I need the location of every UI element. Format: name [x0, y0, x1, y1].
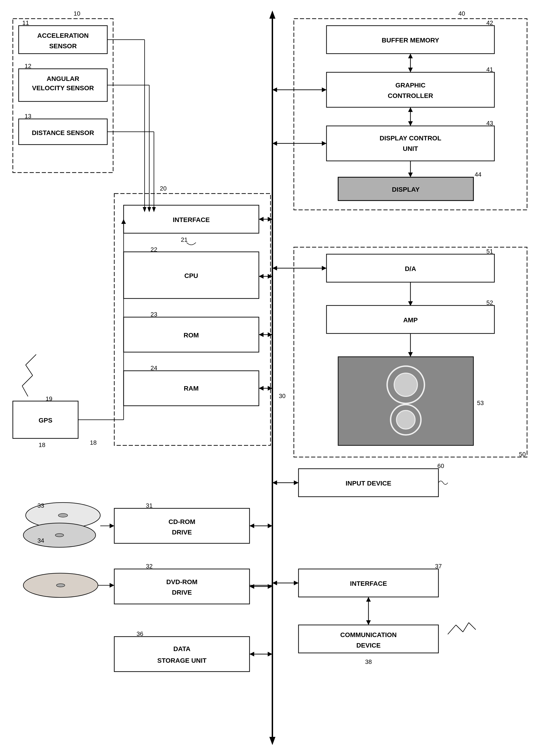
buffer-memory-ref: 42 [486, 19, 493, 26]
display-control-ref: 43 [486, 120, 493, 127]
dvd-rom-drive-label2: DRIVE [172, 589, 192, 596]
acceleration-sensor-label2: SENSOR [49, 42, 77, 50]
svg-point-69 [396, 410, 415, 429]
da-ref: 51 [486, 248, 493, 255]
display-unit-ref: 40 [458, 10, 465, 17]
gps-connect-ref: 18 [39, 441, 45, 448]
comm-device-label2: DEVICE [356, 642, 381, 649]
ref-18: 18 [90, 439, 97, 446]
data-storage-label1: DATA [173, 645, 191, 652]
speaker-ref: 53 [477, 399, 484, 406]
angular-vel-label1: ANGULAR [47, 75, 79, 82]
cd-rom-ref: 31 [146, 502, 153, 509]
display-ref: 44 [475, 171, 482, 178]
svg-point-83 [58, 513, 68, 517]
interface-main-label: INTERFACE [173, 216, 210, 223]
acc-sensor-ref: 11 [22, 19, 29, 26]
svg-point-85 [55, 534, 64, 537]
gps-label: GPS [38, 417, 52, 424]
interface-comm-ref: 37 [435, 563, 442, 570]
gps-ref: 19 [46, 395, 52, 402]
cd-rom-drive-label1: CD-ROM [168, 518, 195, 525]
buffer-memory-label: BUFFER MEMORY [382, 37, 439, 44]
distance-sensor-ref: 13 [25, 113, 31, 120]
angular-vel-ref: 12 [25, 62, 31, 69]
input-device-ref: 60 [437, 462, 444, 469]
data-storage-ref: 36 [137, 630, 143, 637]
acceleration-sensor-label: ACCELERATION [37, 32, 89, 39]
audio-unit-ref: 50 [519, 451, 526, 458]
display-control-label1: DISPLAY CONTROL [380, 135, 441, 142]
data-storage-label2: STORAGE UNIT [157, 657, 206, 664]
interface-comm-label: INTERFACE [350, 580, 387, 587]
dvd-rom-ref: 32 [146, 563, 153, 570]
svg-point-93 [56, 584, 65, 587]
nav-unit-ref: 20 [160, 185, 167, 192]
da-label: D/A [405, 265, 416, 272]
diagram-container: 30 10 ACCELERATION SENSOR 11 ANGULAR VEL… [0, 0, 545, 756]
disc33-ref: 33 [38, 502, 44, 509]
angular-vel-label2: VELOCITY SENSOR [32, 84, 94, 92]
bus-ref-label: 30 [279, 392, 286, 399]
graphic-controller-label1: GRAPHIC [395, 82, 425, 89]
amp-label: AMP [403, 316, 418, 324]
rom-label: ROM [184, 332, 199, 339]
rom-ref: 23 [151, 311, 157, 318]
ram-ref: 24 [151, 364, 157, 371]
graphic-controller-label2: CONTROLLER [388, 92, 433, 99]
comm-device-label1: COMMUNICATION [340, 631, 397, 638]
cpu-label: CPU [184, 272, 198, 279]
display-label: DISPLAY [392, 186, 420, 193]
display-control-label2: UNIT [403, 145, 418, 152]
graphic-controller-ref: 41 [486, 66, 493, 73]
distance-sensor-label: DISTANCE SENSOR [32, 129, 94, 136]
ram-label: RAM [184, 385, 199, 392]
svg-point-67 [394, 373, 417, 396]
sensor-group-ref: 10 [74, 10, 80, 17]
cd-rom-drive-label2: DRIVE [172, 529, 192, 536]
svg-rect-65 [338, 357, 473, 445]
disc34-ref: 34 [38, 537, 44, 544]
comm-device-ref: 38 [365, 658, 372, 665]
amp-ref: 52 [486, 299, 493, 306]
cpu-ref: 22 [151, 246, 157, 253]
interface-main-ref: 21 [181, 236, 188, 243]
dvd-rom-drive-label1: DVD-ROM [166, 578, 198, 586]
input-device-label: INPUT DEVICE [346, 480, 391, 487]
